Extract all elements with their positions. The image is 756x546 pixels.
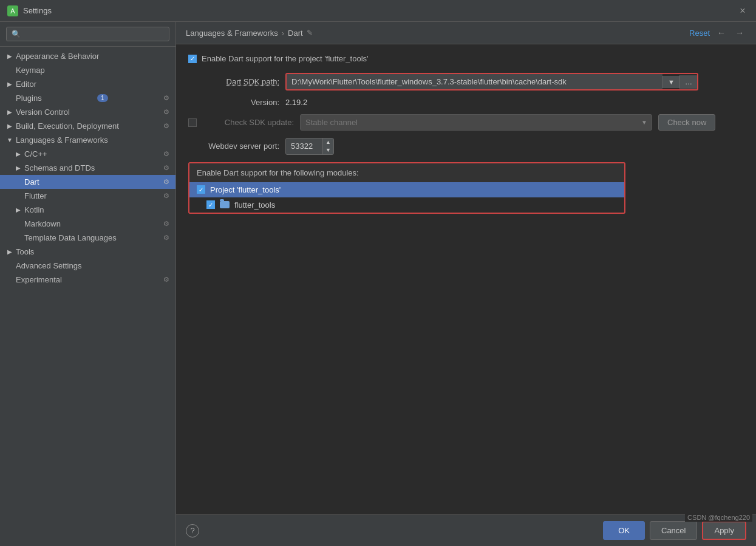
module-flutter-tools-checkbox[interactable]: [206, 200, 215, 209]
sidebar-item-label: Kotlin: [24, 205, 44, 214]
sidebar-item-appearance[interactable]: ▶ Appearance & Behavior: [0, 49, 175, 63]
title-bar: A Settings ×: [0, 0, 756, 22]
sidebar-search-container: [0, 22, 175, 47]
settings-icon: ⚙: [163, 150, 169, 158]
module-flutter-tools-label: flutter_tools: [234, 200, 275, 210]
sidebar-item-cpp[interactable]: ▶ C/C++ ⚙: [0, 147, 175, 161]
sidebar-item-label: C/C++: [24, 149, 47, 159]
sidebar-item-kotlin[interactable]: ▶ Kotlin: [0, 203, 175, 217]
sdk-path-row: Dart SDK path: ▼ …: [188, 73, 744, 90]
breadcrumb: Languages & Frameworks › Dart ✎: [186, 29, 313, 38]
port-spinners: ▲ ▼: [322, 138, 333, 154]
module-project-checkbox[interactable]: [197, 185, 205, 194]
version-label: Version:: [188, 98, 279, 107]
settings-icon: ⚙: [163, 220, 169, 228]
arrow-icon: ▶: [6, 123, 13, 129]
port-input[interactable]: [286, 139, 322, 153]
sidebar-item-languages[interactable]: ▼ Languages & Frameworks: [0, 133, 175, 147]
settings-dialog: A Settings × ▶ Appearance & Behavior ▶: [0, 0, 756, 546]
header-actions: Reset ← →: [689, 27, 746, 39]
sidebar-item-advanced[interactable]: ▶ Advanced Settings: [0, 259, 175, 273]
folder-icon: [220, 201, 230, 208]
sidebar-item-plugins[interactable]: ▶ Plugins 1 ⚙: [0, 91, 175, 105]
module-item-flutter-tools[interactable]: flutter_tools: [189, 197, 624, 213]
sidebar-item-label: Version Control: [16, 107, 70, 117]
bottom-bar: ? OK Cancel Apply: [176, 514, 756, 546]
sidebar-item-label: Experimental: [16, 275, 62, 284]
settings-icon: ⚙: [163, 164, 169, 172]
sidebar-tree: ▶ Appearance & Behavior ▶ Keymap ▶ Edito…: [0, 47, 175, 546]
settings-icon: ⚙: [163, 192, 169, 200]
settings-icon: ⚙: [163, 108, 169, 116]
arrow-icon: ▶: [15, 206, 22, 213]
breadcrumb-part1: Languages & Frameworks: [186, 29, 278, 38]
help-button[interactable]: ?: [186, 524, 199, 537]
apply-button[interactable]: Apply: [702, 521, 746, 540]
sdk-path-input[interactable]: [287, 74, 662, 89]
sidebar-item-keymap[interactable]: ▶ Keymap: [0, 63, 175, 77]
channel-select: Stable channel: [300, 114, 652, 131]
version-row: Version: 2.19.2: [188, 98, 744, 107]
sdk-path-label: Dart SDK path:: [188, 77, 279, 86]
channel-select-wrapper: Stable channel ▼: [300, 114, 652, 131]
arrow-icon: ▶: [6, 248, 13, 255]
app-icon: A: [7, 5, 18, 16]
check-now-button: Check now: [658, 114, 715, 131]
settings-icon: ⚙: [163, 178, 169, 186]
sidebar-item-label: Build, Execution, Deployment: [16, 121, 119, 131]
arrow-icon: ▶: [15, 165, 22, 171]
settings-icon: ⚙: [163, 276, 169, 284]
check-sdk-checkbox[interactable]: [188, 118, 197, 127]
port-input-wrapper: ▲ ▼: [285, 138, 334, 155]
version-value: 2.19.2: [285, 98, 307, 107]
sidebar-item-editor[interactable]: ▶ Editor: [0, 77, 175, 91]
modules-box: Enable Dart support for the following mo…: [188, 162, 625, 214]
settings-icon: ⚙: [163, 234, 169, 242]
sidebar-item-label: Advanced Settings: [16, 261, 81, 270]
content-pane: Languages & Frameworks › Dart ✎ Reset ← …: [176, 22, 756, 546]
enable-dart-row: Enable Dart support for the project 'flu…: [188, 54, 744, 63]
sidebar-item-experimental[interactable]: ▶ Experimental ⚙: [0, 273, 175, 287]
port-spin-down[interactable]: ▼: [323, 146, 333, 154]
title-bar-left: A Settings: [7, 5, 52, 16]
sidebar-item-markdown[interactable]: ▶ Markdown ⚙: [0, 217, 175, 231]
back-button[interactable]: ←: [715, 27, 728, 39]
sidebar-item-label: Markdown: [24, 219, 61, 228]
sidebar-item-schemas[interactable]: ▶ Schemas and DTDs ⚙: [0, 161, 175, 175]
sdk-path-dropdown-button[interactable]: ▼: [662, 76, 679, 88]
arrow-icon: ▶: [6, 53, 13, 60]
dialog-body: ▶ Appearance & Behavior ▶ Keymap ▶ Edito…: [0, 22, 756, 546]
sidebar-item-build[interactable]: ▶ Build, Execution, Deployment ⚙: [0, 119, 175, 133]
sidebar-item-label: Template Data Languages: [24, 233, 117, 242]
sidebar: ▶ Appearance & Behavior ▶ Keymap ▶ Edito…: [0, 22, 176, 546]
reset-button[interactable]: Reset: [689, 29, 710, 38]
enable-dart-label: Enable Dart support for the project 'flu…: [202, 54, 369, 63]
check-sdk-label: Check SDK update:: [203, 118, 294, 127]
search-input[interactable]: [6, 27, 169, 41]
settings-icon: ⚙: [163, 122, 169, 130]
sdk-path-container: ▼ …: [285, 73, 698, 90]
sidebar-item-dart[interactable]: ▶ Dart ⚙: [0, 175, 175, 189]
modules-header-label: Enable Dart support for the following mo…: [197, 168, 359, 177]
sidebar-item-label: Keymap: [16, 66, 45, 75]
arrow-icon: ▼: [6, 137, 13, 143]
edit-icon: ✎: [307, 29, 313, 37]
module-item-project[interactable]: Project 'flutter_tools': [189, 182, 624, 197]
sidebar-item-template[interactable]: ▶ Template Data Languages ⚙: [0, 231, 175, 245]
webdev-row: Webdev server port: ▲ ▼: [188, 138, 744, 155]
close-button[interactable]: ×: [737, 5, 749, 17]
sidebar-item-label: Schemas and DTDs: [24, 163, 95, 172]
cancel-button[interactable]: Cancel: [650, 521, 697, 540]
dialog-title: Settings: [23, 6, 52, 15]
arrow-icon: ▶: [6, 81, 13, 87]
sdk-path-browse-button[interactable]: …: [679, 75, 697, 89]
forward-button[interactable]: →: [733, 27, 746, 39]
ok-button[interactable]: OK: [603, 521, 645, 540]
sidebar-item-tools[interactable]: ▶ Tools: [0, 245, 175, 259]
sidebar-item-version-control[interactable]: ▶ Version Control ⚙: [0, 105, 175, 119]
sidebar-item-flutter[interactable]: ▶ Flutter ⚙: [0, 189, 175, 203]
enable-dart-checkbox[interactable]: [188, 55, 197, 63]
breadcrumb-part2: Dart: [288, 29, 303, 38]
breadcrumb-separator: ›: [282, 29, 284, 38]
port-spin-up[interactable]: ▲: [323, 138, 333, 146]
